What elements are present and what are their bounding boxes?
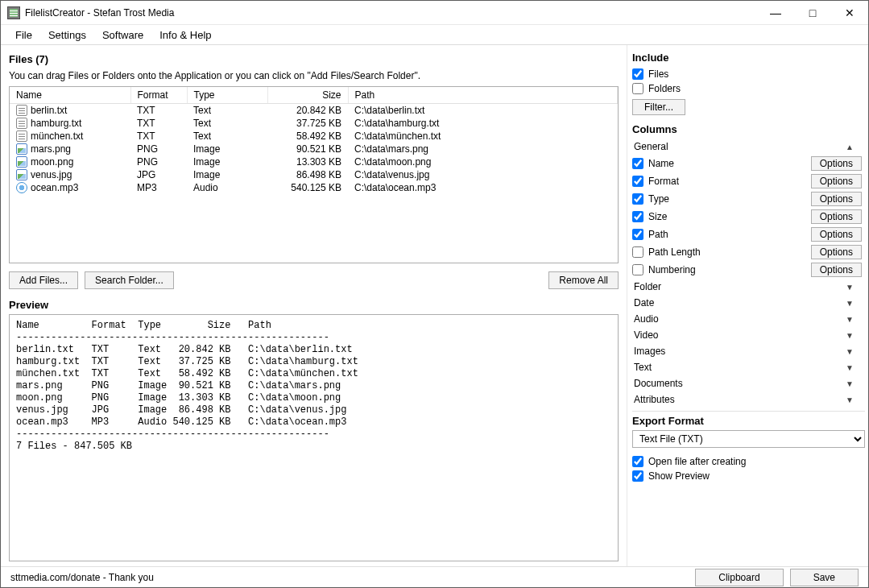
add-files-button[interactable]: Add Files... [9,271,78,289]
clipboard-button[interactable]: Clipboard [695,569,783,586]
minimize-button[interactable]: — [757,1,794,24]
column-item-type[interactable]: TypeOptions [632,190,862,208]
column-item-path[interactable]: PathOptions [632,226,862,243]
expand-down-icon: ▼ [846,395,860,404]
expand-down-icon: ▼ [846,363,860,372]
group-attributes[interactable]: Attributes▼ [632,391,862,408]
file-txt-icon [16,130,27,142]
window-controls: — □ ✕ [757,1,868,24]
group-folder[interactable]: Folder▼ [632,279,862,295]
close-button[interactable]: ✕ [831,1,868,24]
group-date[interactable]: Date▼ [632,295,862,311]
open-after-label: Open file after creating [648,456,746,467]
group-text[interactable]: Text▼ [632,359,862,375]
column-item-path-length[interactable]: Path LengthOptions [632,243,862,261]
group-documents[interactable]: Documents▼ [632,375,862,391]
column-options-button[interactable]: Options [811,156,862,171]
column-item-size[interactable]: SizeOptions [632,208,862,226]
expand-down-icon: ▼ [846,283,860,292]
expand-down-icon: ▼ [846,331,860,340]
menu-file[interactable]: File [7,27,40,43]
show-preview-checkbox[interactable] [632,470,643,482]
files-hint: You can drag Files or Folders onto the A… [9,70,619,81]
menu-software[interactable]: Software [94,27,151,43]
column-options-button[interactable]: Options [811,209,862,224]
table-row[interactable]: münchen.txtTXTText58.492 KBC:\data\münch… [10,130,618,143]
titlebar: FilelistCreator - Stefan Trost Media — □… [1,1,868,25]
filter-button[interactable]: Filter... [632,99,685,115]
files-title: Files (7) [9,53,619,65]
file-txt-icon [16,105,27,116]
save-button[interactable]: Save [790,569,859,586]
status-text: sttmedia.com/donate - Thank you [10,572,154,583]
maximize-button[interactable]: □ [794,1,831,24]
table-row[interactable]: ocean.mp3MP3Audio540.125 KBC:\data\ocean… [10,181,618,194]
col-format[interactable]: Format [130,87,187,104]
include-files-checkbox[interactable] [632,68,643,80]
column-checkbox[interactable] [632,246,643,258]
column-checkbox[interactable] [632,176,643,187]
remove-all-button[interactable]: Remove All [548,271,619,289]
column-checkbox[interactable] [632,211,643,222]
file-img-icon [16,143,27,155]
table-row[interactable]: venus.jpgJPGImage86.498 KBC:\data\venus.… [10,168,618,181]
col-name[interactable]: Name [10,87,130,104]
include-title: Include [632,52,865,64]
left-panel: Files (7) You can drag Files or Folders … [1,45,627,566]
file-img-icon [16,156,27,168]
search-folder-button[interactable]: Search Folder... [85,271,174,289]
app-icon [7,6,20,19]
include-folders-checkbox[interactable] [632,83,643,94]
include-files-label: Files [648,68,668,80]
group-general[interactable]: General ▲ [632,139,862,155]
collapse-up-icon: ▲ [846,143,860,151]
open-after-row[interactable]: Open file after creating [632,454,865,469]
group-video[interactable]: Video▼ [632,327,862,343]
include-folders-label: Folders [648,83,681,94]
column-item-name[interactable]: NameOptions [632,155,862,172]
export-format-select[interactable]: Text File (TXT) [632,430,865,448]
menu-settings[interactable]: Settings [40,27,94,43]
column-checkbox[interactable] [632,264,643,275]
include-files-row[interactable]: Files [632,67,865,81]
open-after-checkbox[interactable] [632,456,643,467]
table-row[interactable]: hamburg.txtTXTText37.725 KBC:\data\hambu… [10,117,618,130]
expand-down-icon: ▼ [846,379,860,388]
column-options-button[interactable]: Options [811,174,862,188]
col-type[interactable]: Type [187,87,267,104]
column-checkbox[interactable] [632,158,643,169]
menu-help[interactable]: Info & Help [151,27,219,43]
window-title: FilelistCreator - Stefan Trost Media [25,7,757,19]
column-item-numbering[interactable]: NumberingOptions [632,261,862,279]
column-checkbox[interactable] [632,193,643,205]
column-checkbox[interactable] [632,229,643,240]
col-path[interactable]: Path [348,87,618,104]
table-row[interactable]: berlin.txtTXTText20.842 KBC:\data\berlin… [10,104,618,118]
column-options-button[interactable]: Options [811,227,862,242]
statusbar: sttmedia.com/donate - Thank you Clipboar… [1,566,868,587]
export-title: Export Format [632,415,865,427]
column-options-button[interactable]: Options [811,263,862,277]
table-row[interactable]: mars.pngPNGImage90.521 KBC:\data\mars.pn… [10,143,618,155]
col-size[interactable]: Size [267,87,348,104]
file-list[interactable]: Name Format Type Size Path berlin.txtTXT… [9,86,619,263]
expand-down-icon: ▼ [846,315,860,324]
preview-box[interactable]: Name Format Type Size Path -------------… [9,314,619,561]
table-row[interactable]: moon.pngPNGImage13.303 KBC:\data\moon.pn… [10,155,618,168]
group-audio[interactable]: Audio▼ [632,311,862,327]
column-options-button[interactable]: Options [811,192,862,206]
columns-title: Columns [632,123,865,135]
expand-down-icon: ▼ [846,299,860,308]
group-images[interactable]: Images▼ [632,343,862,359]
file-aud-icon [16,182,27,193]
menubar: File Settings Software Info & Help [1,25,868,44]
include-folders-row[interactable]: Folders [632,81,865,96]
expand-down-icon: ▼ [846,347,860,356]
column-options-button[interactable]: Options [811,245,862,259]
file-txt-icon [16,118,27,129]
column-item-format[interactable]: FormatOptions [632,172,862,190]
show-preview-row[interactable]: Show Preview [632,469,865,483]
app-window: FilelistCreator - Stefan Trost Media — □… [0,0,869,588]
show-preview-label: Show Preview [648,470,710,482]
preview-title: Preview [9,299,619,311]
